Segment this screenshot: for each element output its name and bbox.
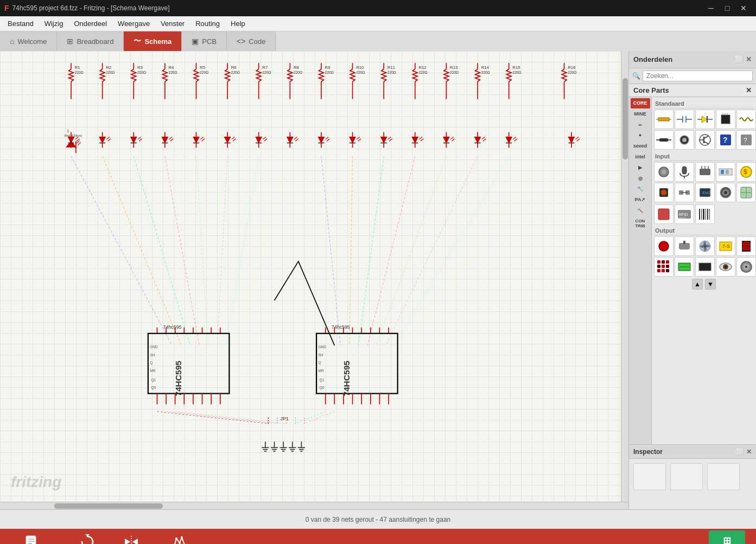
- vertical-scrollbar[interactable]: [621, 51, 628, 502]
- svg-line-171: [217, 156, 227, 345]
- breadboard-icon: ⊞: [67, 37, 73, 46]
- part-wire[interactable]: [654, 130, 674, 150]
- part-lcd[interactable]: [675, 257, 694, 277]
- cat-tab-infinity[interactable]: ∞: [631, 120, 650, 130]
- parts-close-icon[interactable]: ✕: [746, 55, 752, 63]
- svg-text:Q1: Q1: [320, 378, 325, 382]
- delen-button[interactable]: ⊞ Delen: [709, 530, 745, 545]
- svg-text:SH: SH: [150, 353, 155, 357]
- part-grid-out[interactable]: [654, 257, 674, 277]
- cat-tab-core[interactable]: CORE: [631, 98, 650, 108]
- section-input: Input: [654, 152, 754, 161]
- parts-header-controls: ⬜ ✕: [735, 55, 752, 63]
- tab-breadboard[interactable]: ⊞ Breadboard: [57, 31, 124, 51]
- search-input[interactable]: [643, 71, 753, 81]
- svg-text:R11: R11: [387, 65, 395, 70]
- output-parts-grid: 7-S: [654, 236, 754, 277]
- part-npn[interactable]: [695, 130, 715, 150]
- svg-rect-341: [742, 242, 744, 246]
- schematic-canvas[interactable]: R1 220Ω R2 220Ω: [0, 51, 621, 502]
- parts-expand-icon[interactable]: ⬜: [735, 55, 744, 63]
- inspector-box-1: [633, 463, 666, 490]
- menu-routing[interactable]: Routing: [190, 17, 225, 30]
- inspector-expand-icon[interactable]: ⬜: [736, 448, 744, 456]
- horizontal-scrollbar[interactable]: [0, 502, 628, 509]
- tab-code[interactable]: <> Code: [227, 31, 276, 51]
- part-ir-sensor[interactable]: [654, 183, 674, 202]
- cat-tab-arrow[interactable]: ▶: [631, 163, 650, 173]
- core-parts-label: Core Parts: [633, 86, 669, 94]
- part-rfid[interactable]: RFIDID12: [675, 204, 694, 224]
- part-mic[interactable]: [675, 162, 694, 182]
- grid-prev-button[interactable]: ▲: [692, 279, 703, 290]
- cat-tab-dot[interactable]: ●: [631, 130, 650, 140]
- part-oled[interactable]: [695, 257, 715, 277]
- close-button[interactable]: ✕: [735, 0, 752, 16]
- part-potentiometer[interactable]: [654, 162, 674, 182]
- cat-tab-seeed[interactable]: seeed: [631, 141, 650, 151]
- menu-bestand[interactable]: Bestand: [2, 17, 39, 30]
- tool-roteer[interactable]: Roteer: [79, 534, 96, 545]
- part-barcode[interactable]: [695, 204, 715, 224]
- tool-autoroute[interactable]: Autoroute: [168, 534, 191, 545]
- part-inductor[interactable]: [736, 110, 756, 129]
- minimize-button[interactable]: ─: [703, 0, 719, 16]
- part-mystery[interactable]: ?: [716, 130, 735, 150]
- menu-wijzig[interactable]: Wijzig: [39, 17, 69, 30]
- menu-onderdeel[interactable]: Onderdeel: [68, 17, 112, 30]
- cat-tab-contrib[interactable]: CON TRIB: [631, 216, 650, 231]
- svg-rect-302: [726, 170, 729, 174]
- tab-schema[interactable]: 〜 Schema: [124, 31, 182, 51]
- svg-text:Q0: Q0: [320, 386, 325, 390]
- svg-text:220Ω: 220Ω: [512, 71, 521, 74]
- core-parts-close-icon[interactable]: ✕: [746, 86, 752, 94]
- menu-venster[interactable]: Venster: [155, 17, 190, 30]
- input-parts-grid-2: RFIDID12: [654, 204, 754, 224]
- svg-text:ID12: ID12: [679, 217, 686, 220]
- tool-notitie[interactable]: Notitie toevoeger: [11, 534, 52, 545]
- part-fan[interactable]: [695, 236, 715, 256]
- svg-point-329: [659, 241, 669, 251]
- grid-next-button[interactable]: ▼: [705, 279, 716, 290]
- part-toggle[interactable]: [675, 183, 694, 202]
- cat-tab-hammer[interactable]: 🔨: [631, 206, 650, 216]
- svg-point-306: [661, 190, 666, 195]
- part-encoder[interactable]: ENC: [695, 183, 715, 202]
- part-7seg[interactable]: [736, 236, 756, 256]
- part-resistor[interactable]: [654, 110, 674, 129]
- part-eye[interactable]: [716, 257, 735, 277]
- cat-tab-intel[interactable]: intel: [631, 152, 650, 162]
- svg-line-169: [165, 156, 199, 345]
- menu-weergave[interactable]: Weergave: [112, 17, 155, 30]
- part-unknown[interactable]: ?: [736, 130, 756, 150]
- window-controls: ─ □ ✕: [703, 0, 752, 16]
- window-title: 74hc595 project 6d.fzz - Fritzing - [Sch…: [12, 4, 170, 12]
- part-button[interactable]: [675, 130, 694, 150]
- part-gyro[interactable]: [654, 204, 674, 224]
- part-sensor[interactable]: [716, 183, 735, 202]
- cat-tab-pa[interactable]: PA↗: [631, 195, 650, 205]
- part-red-led-out[interactable]: [654, 236, 674, 256]
- part-ic[interactable]: [716, 110, 735, 129]
- inspector-close-icon[interactable]: ✕: [746, 448, 752, 456]
- part-servo[interactable]: [675, 236, 694, 256]
- cat-tab-circle[interactable]: ◎: [631, 174, 650, 184]
- svg-line-173: [236, 156, 290, 345]
- cat-tab-mine[interactable]: MINE: [631, 109, 650, 119]
- part-display[interactable]: 7-S: [716, 236, 735, 256]
- part-connector[interactable]: [695, 162, 715, 182]
- cat-tab-gear[interactable]: 🔧: [631, 184, 650, 194]
- part-dip-switch[interactable]: [716, 162, 735, 182]
- part-led[interactable]: [695, 110, 715, 129]
- maximize-button[interactable]: □: [719, 0, 735, 16]
- welcome-icon: ⌂: [10, 37, 14, 46]
- part-capacitor[interactable]: [675, 110, 694, 129]
- tab-pcb[interactable]: ▣ PCB: [182, 31, 227, 51]
- part-touch[interactable]: [736, 183, 756, 202]
- tab-welcome[interactable]: ⌂ Welcome: [0, 31, 57, 51]
- svg-line-175: [350, 156, 353, 345]
- part-gold-coin[interactable]: $: [736, 162, 756, 182]
- part-speaker[interactable]: [736, 257, 756, 277]
- tool-spiegel[interactable]: Spiegel: [123, 534, 141, 545]
- menu-help[interactable]: Help: [225, 17, 251, 30]
